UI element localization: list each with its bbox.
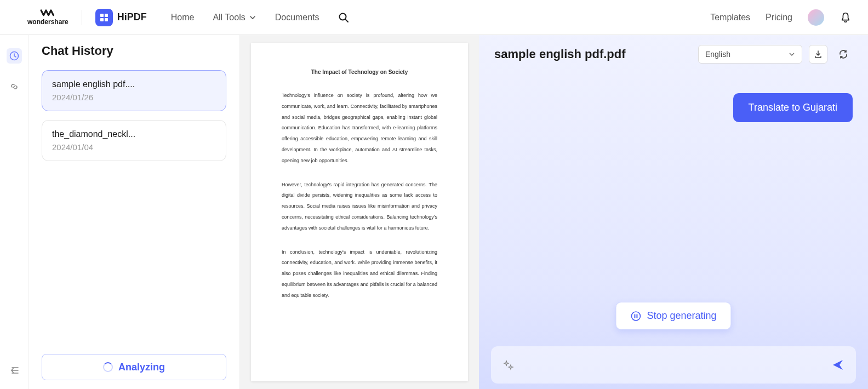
analyzing-button[interactable]: Analyzing [42,354,226,380]
svg-line-5 [345,19,348,22]
history-item-name: the_diamond_neckl... [52,129,216,139]
header-right: Templates Pricing [710,9,852,26]
sparkle-icon[interactable] [503,359,514,370]
chat-history-sidebar: Chat History sample english pdf.... 2024… [28,35,240,389]
chevron-down-icon [789,51,795,58]
chat-body: Translate to Gujarati Stop generating [479,73,868,346]
logo-group: wondershare HiPDF [27,9,147,26]
rail-history[interactable] [7,48,22,64]
history-item-1[interactable]: the_diamond_neckl... 2024/01/04 [42,120,226,161]
nav-all-tools[interactable]: All Tools [213,13,256,22]
language-selected-label: English [705,50,730,59]
hipdf-logo[interactable]: HiPDF [95,9,147,26]
nav-pricing[interactable]: Pricing [766,13,792,22]
chat-input-field[interactable] [514,361,832,370]
rail-link[interactable] [7,79,22,94]
svg-rect-0 [100,14,104,17]
svg-point-4 [339,13,346,20]
document-paragraph: In conclusion, technology's impact is un… [282,247,437,301]
rail-collapse[interactable] [7,363,22,378]
header-divider [82,10,82,25]
app-header: wondershare HiPDF Home All Tools Documen… [0,0,868,35]
svg-rect-3 [105,18,108,21]
wondershare-logo[interactable]: wondershare [27,9,68,26]
nav-home[interactable]: Home [171,13,195,22]
chat-panel: sample english pdf.pdf English Translate… [479,35,868,389]
chat-header: sample english pdf.pdf English [479,35,868,73]
wondershare-text: wondershare [27,18,68,26]
document-viewer: The Impact of Technology on Society Tech… [240,35,479,389]
document-paragraph: However, technology's rapid integration … [282,180,437,234]
language-select[interactable]: English [698,45,802,64]
sidebar-title: Chat History [42,44,226,58]
chat-file-title: sample english pdf.pdf [494,47,692,61]
nav-templates[interactable]: Templates [710,13,750,22]
stop-generating-button[interactable]: Stop generating [615,302,731,330]
wondershare-icon [39,9,56,17]
svg-rect-1 [105,14,108,17]
svg-rect-8 [634,314,635,318]
link-icon [9,82,19,91]
stop-generating-label: Stop generating [647,310,716,322]
document-paragraph: Technology's influence on society is pro… [282,90,437,167]
download-button[interactable] [809,45,827,64]
chevron-down-icon [249,14,256,21]
user-message-bubble: Translate to Gujarati [733,93,853,122]
pause-icon [630,311,641,322]
svg-rect-9 [636,314,637,318]
analyzing-label: Analyzing [118,362,165,373]
avatar[interactable] [808,9,824,26]
spinner-icon [103,362,113,372]
history-icon [9,51,19,61]
history-item-0[interactable]: sample english pdf.... 2024/01/26 [42,70,226,111]
main-area: Chat History sample english pdf.... 2024… [0,35,868,389]
history-list: sample english pdf.... 2024/01/26 the_di… [42,70,226,345]
refresh-icon [838,49,848,59]
left-rail [0,35,28,389]
hipdf-text: HiPDF [117,12,147,23]
nav-documents[interactable]: Documents [275,13,319,22]
nav-search[interactable] [338,12,349,23]
bell-icon[interactable] [840,12,852,24]
download-icon [814,50,823,59]
nav-all-tools-label: All Tools [213,13,245,22]
svg-rect-2 [100,18,104,21]
collapse-icon [9,365,19,375]
search-icon [338,12,349,23]
main-nav: Home All Tools Documents [171,12,349,23]
history-item-name: sample english pdf.... [52,79,216,89]
history-item-date: 2024/01/26 [52,93,216,102]
svg-point-7 [631,312,640,321]
refresh-button[interactable] [834,45,853,64]
history-item-date: 2024/01/04 [52,142,216,152]
document-page: The Impact of Technology on Society Tech… [251,43,468,381]
hipdf-mark-icon [95,9,113,26]
send-icon[interactable] [832,359,844,371]
document-title: The Impact of Technology on Society [282,69,437,75]
chat-input-bar [491,346,856,384]
